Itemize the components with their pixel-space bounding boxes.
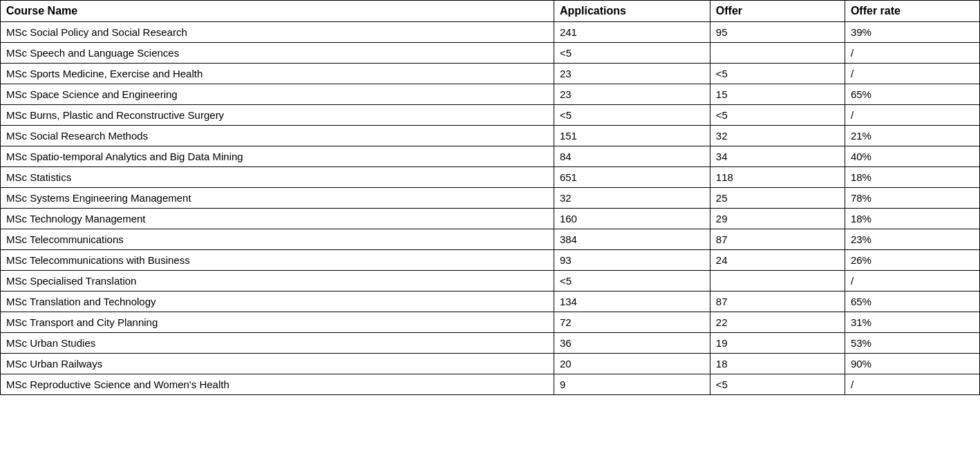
header-offer: Offer: [710, 1, 845, 22]
header-course: Course Name: [1, 1, 554, 22]
cell-applications: 23: [554, 64, 710, 84]
table-row: MSc Space Science and Engineering231565%: [1, 84, 980, 105]
cell-applications: 134: [554, 292, 710, 312]
cell-offer-rate: 39%: [845, 22, 979, 43]
cell-course: MSc Urban Studies: [1, 333, 554, 354]
table-row: MSc Social Policy and Social Research241…: [1, 22, 980, 43]
cell-course: MSc Sports Medicine, Exercise and Health: [1, 64, 554, 84]
cell-offer-rate: /: [845, 64, 979, 84]
cell-applications: 241: [554, 22, 710, 43]
cell-offer: 24: [710, 250, 845, 271]
table-row: MSc Technology Management1602918%: [1, 209, 980, 229]
table-row: MSc Specialised Translation<5/: [1, 271, 980, 292]
cell-offer: 15: [710, 84, 845, 105]
cell-offer-rate: 78%: [845, 188, 979, 209]
cell-offer: 25: [710, 188, 845, 209]
cell-offer: 87: [710, 229, 845, 250]
cell-course: MSc Telecommunications: [1, 229, 554, 250]
cell-offer: 32: [710, 126, 845, 146]
cell-offer: 118: [710, 167, 845, 188]
cell-offer: 34: [710, 146, 845, 167]
cell-offer: [710, 43, 845, 64]
main-container: Course Name Applications Offer Offer rat…: [0, 0, 980, 449]
cell-applications: 93: [554, 250, 710, 271]
cell-offer-rate: 90%: [845, 354, 979, 374]
cell-applications: <5: [554, 105, 710, 126]
cell-offer-rate: 65%: [845, 84, 979, 105]
cell-offer-rate: /: [845, 374, 979, 395]
cell-offer: 95: [710, 22, 845, 43]
cell-course: MSc Social Research Methods: [1, 126, 554, 146]
table-row: MSc Telecommunications with Business9324…: [1, 250, 980, 271]
cell-course: MSc Transport and City Planning: [1, 312, 554, 333]
cell-offer: 18: [710, 354, 845, 374]
cell-applications: 9: [554, 374, 710, 395]
cell-offer: <5: [710, 64, 845, 84]
table-row: MSc Burns, Plastic and Reconstructive Su…: [1, 105, 980, 126]
table-row: MSc Reproductive Science and Women's Hea…: [1, 374, 980, 395]
cell-offer-rate: 18%: [845, 167, 979, 188]
cell-course: MSc Space Science and Engineering: [1, 84, 554, 105]
cell-course: MSc Telecommunications with Business: [1, 250, 554, 271]
cell-applications: 84: [554, 146, 710, 167]
cell-applications: 160: [554, 209, 710, 229]
cell-course: MSc Social Policy and Social Research: [1, 22, 554, 43]
cell-applications: <5: [554, 43, 710, 64]
cell-applications: 151: [554, 126, 710, 146]
cell-course: MSc Urban Railways: [1, 354, 554, 374]
cell-course: MSc Reproductive Science and Women's Hea…: [1, 374, 554, 395]
cell-offer-rate: 18%: [845, 209, 979, 229]
cell-applications: 32: [554, 188, 710, 209]
table-row: MSc Spatio-temporal Analytics and Big Da…: [1, 146, 980, 167]
cell-course: MSc Burns, Plastic and Reconstructive Su…: [1, 105, 554, 126]
table-row: MSc Telecommunications3848723%: [1, 229, 980, 250]
cell-offer: <5: [710, 374, 845, 395]
cell-offer-rate: 65%: [845, 292, 979, 312]
cell-offer: 29: [710, 209, 845, 229]
cell-offer: 87: [710, 292, 845, 312]
cell-offer-rate: /: [845, 105, 979, 126]
header-applications: Applications: [554, 1, 710, 22]
table-row: MSc Urban Studies361953%: [1, 333, 980, 354]
table-row: MSc Translation and Technology1348765%: [1, 292, 980, 312]
data-table: Course Name Applications Offer Offer rat…: [0, 0, 980, 395]
cell-offer: 22: [710, 312, 845, 333]
table-row: MSc Social Research Methods1513221%: [1, 126, 980, 146]
cell-offer-rate: 21%: [845, 126, 979, 146]
cell-applications: 23: [554, 84, 710, 105]
table-row: MSc Speech and Language Sciences<5/: [1, 43, 980, 64]
cell-offer-rate: 23%: [845, 229, 979, 250]
cell-offer: [710, 271, 845, 292]
cell-applications: 36: [554, 333, 710, 354]
cell-applications: 651: [554, 167, 710, 188]
cell-applications: <5: [554, 271, 710, 292]
cell-offer: <5: [710, 105, 845, 126]
cell-course: MSc Statistics: [1, 167, 554, 188]
cell-course: MSc Systems Engineering Management: [1, 188, 554, 209]
cell-course: MSc Specialised Translation: [1, 271, 554, 292]
table-row: MSc Sports Medicine, Exercise and Health…: [1, 64, 980, 84]
table-row: MSc Transport and City Planning722231%: [1, 312, 980, 333]
cell-applications: 384: [554, 229, 710, 250]
cell-offer-rate: /: [845, 43, 979, 64]
cell-offer-rate: 26%: [845, 250, 979, 271]
table-row: MSc Statistics65111818%: [1, 167, 980, 188]
cell-course: MSc Speech and Language Sciences: [1, 43, 554, 64]
cell-course: MSc Translation and Technology: [1, 292, 554, 312]
cell-course: MSc Technology Management: [1, 209, 554, 229]
cell-applications: 72: [554, 312, 710, 333]
table-header-row: Course Name Applications Offer Offer rat…: [1, 1, 980, 22]
cell-offer-rate: /: [845, 271, 979, 292]
table-row: MSc Urban Railways201890%: [1, 354, 980, 374]
cell-offer-rate: 31%: [845, 312, 979, 333]
cell-offer-rate: 40%: [845, 146, 979, 167]
header-offer-rate: Offer rate: [845, 1, 979, 22]
cell-offer-rate: 53%: [845, 333, 979, 354]
table-row: MSc Systems Engineering Management322578…: [1, 188, 980, 209]
cell-course: MSc Spatio-temporal Analytics and Big Da…: [1, 146, 554, 167]
cell-offer: 19: [710, 333, 845, 354]
cell-applications: 20: [554, 354, 710, 374]
